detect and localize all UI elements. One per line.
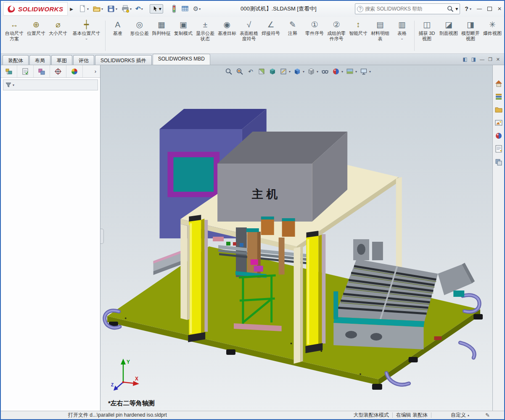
chevron-down-icon[interactable]: ▾ bbox=[289, 70, 291, 74]
file-explorer-folder-icon[interactable] bbox=[494, 106, 503, 114]
zoom-fit-button[interactable] bbox=[225, 67, 233, 76]
hide-show-items-button[interactable] bbox=[321, 67, 329, 76]
maximize-button[interactable] bbox=[487, 7, 492, 11]
open-button[interactable]: ▾ bbox=[91, 3, 104, 14]
feature-manager-tab[interactable] bbox=[1, 65, 17, 77]
menu-expand-arrow[interactable]: ▶ bbox=[70, 7, 73, 11]
tab-solidworks-mbd[interactable]: SOLIDWORKS MBD bbox=[153, 54, 210, 65]
light-curtain-left[interactable] bbox=[188, 215, 208, 342]
light-curtain-right[interactable] bbox=[305, 231, 325, 353]
search-input[interactable] bbox=[365, 6, 445, 12]
chevron-down-icon[interactable]: ▾ bbox=[317, 70, 318, 74]
panel-expand-chevron[interactable]: › bbox=[91, 65, 100, 77]
doc-close-button[interactable]: ✕ bbox=[496, 57, 500, 62]
gear-icon: ⚙ bbox=[193, 5, 198, 13]
sheet-properties-button[interactable] bbox=[180, 3, 190, 14]
ribbon-button-smart-dimension[interactable]: ↕ 智能尺寸 bbox=[347, 18, 369, 53]
ribbon-button-size-dimension[interactable]: ⌀ 大小尺寸 bbox=[47, 18, 69, 53]
solidworks-resources-home-icon[interactable] bbox=[494, 79, 503, 88]
property-manager-icon bbox=[21, 68, 29, 75]
annotation-views-button[interactable] bbox=[279, 67, 288, 76]
help-search-box[interactable]: ? ▾ bbox=[355, 3, 460, 14]
chevron-down-icon[interactable]: ▾ bbox=[13, 83, 14, 87]
new-document-button[interactable]: ▾ bbox=[77, 3, 90, 14]
help-button[interactable]: ? bbox=[465, 5, 468, 12]
chevron-down-icon[interactable]: ▾ bbox=[303, 70, 304, 74]
graphics-viewport[interactable]: 主 机 bbox=[100, 65, 492, 411]
ribbon-button-datum[interactable]: A 基准 bbox=[107, 18, 129, 53]
save-button[interactable]: ▾ bbox=[106, 3, 119, 14]
ribbon-button-capture-3d-view[interactable]: ◫ 捕获 3D 视图 bbox=[416, 18, 438, 53]
tag-pencil-icon[interactable]: ✎ bbox=[485, 412, 490, 418]
ribbon-button-weld-symbol[interactable]: ∠ 焊接符号 bbox=[260, 18, 282, 53]
view-orientation-button[interactable] bbox=[293, 67, 301, 76]
ribbon-button-model-break-view[interactable]: ◨ 模型断开视图 bbox=[460, 18, 481, 53]
tab-evaluate[interactable]: 评估 bbox=[73, 55, 94, 65]
3d-drawing-view-button[interactable] bbox=[268, 67, 277, 76]
chevron-down-icon[interactable]: ▾ bbox=[341, 70, 343, 74]
solidworks-logo[interactable]: SOLIDWORKS bbox=[3, 2, 68, 16]
chevron-down-icon[interactable]: ▾ bbox=[355, 70, 357, 74]
options-button[interactable]: ⚙ ▾ bbox=[192, 4, 202, 14]
pane-left-icon[interactable]: ◧ bbox=[463, 56, 467, 62]
feature-tree-area[interactable] bbox=[1, 92, 100, 411]
ribbon-button-geometric-tolerance[interactable]: ◎ 形位公差 bbox=[129, 18, 151, 53]
view-settings-button[interactable] bbox=[360, 67, 368, 76]
chevron-down-icon[interactable]: ▾ bbox=[369, 70, 371, 74]
pane-right-icon[interactable]: ◨ bbox=[471, 56, 476, 62]
rebuild-button[interactable] bbox=[170, 3, 178, 14]
ribbon-button-note[interactable]: ✎ 注释 bbox=[282, 18, 304, 53]
display-style-icon bbox=[307, 68, 315, 75]
view-palette-icon[interactable] bbox=[494, 119, 503, 127]
ribbon-button-stacked-balloon[interactable]: ② 成组的零件序号 bbox=[325, 18, 347, 53]
select-tool-button[interactable]: ▾ bbox=[150, 4, 163, 13]
zoom-area-button[interactable] bbox=[235, 67, 244, 76]
section-view-icon: ◪ bbox=[445, 20, 452, 31]
tab-assembly[interactable]: 装配体 bbox=[3, 55, 29, 65]
print-button[interactable]: ▾ bbox=[120, 3, 133, 14]
document-panes-icon[interactable] bbox=[494, 158, 503, 166]
design-library-icon[interactable] bbox=[494, 92, 503, 101]
ribbon-button-show-tolerance-status[interactable]: ± 显示公差状态 bbox=[194, 18, 216, 53]
section-view-button[interactable] bbox=[257, 67, 266, 76]
chevron-down-icon[interactable]: ▾ bbox=[470, 7, 471, 11]
ribbon-button-datum-target[interactable]: ◉ 基准目标 bbox=[216, 18, 238, 53]
undo-button[interactable]: ↶ ▾ bbox=[134, 4, 144, 14]
dimxpert-manager-tab[interactable] bbox=[50, 65, 66, 77]
doc-minimize-button[interactable]: — bbox=[480, 57, 484, 62]
ribbon-button-auto-dimension-scheme[interactable]: ↔ 自动尺寸方案 bbox=[3, 18, 25, 53]
panel-splitter-grip[interactable] bbox=[100, 229, 104, 244]
chevron-down-icon[interactable]: ▾ bbox=[455, 6, 458, 12]
search-icon[interactable] bbox=[447, 5, 454, 12]
ribbon-button-location-dimension[interactable]: ⊕ 位置尺寸 bbox=[25, 18, 47, 53]
ribbon-button-balloon[interactable]: ① 零件序号 bbox=[304, 18, 325, 53]
property-manager-tab[interactable] bbox=[17, 65, 34, 77]
ribbon-button-tables[interactable]: ▥ 表格 ⌄ bbox=[391, 18, 413, 53]
appearances-scenes-icon[interactable] bbox=[494, 132, 503, 140]
ribbon-button-basic-location-dimension[interactable]: ┿ 基本位置尺寸 ⌄ bbox=[69, 18, 104, 53]
ribbon-button-pattern-feature[interactable]: ▦ 阵列特征 bbox=[151, 18, 172, 53]
machine-label: 主 机 bbox=[251, 188, 278, 201]
custom-properties-icon[interactable] bbox=[494, 145, 503, 153]
display-manager-tab[interactable] bbox=[66, 65, 83, 77]
ribbon-button-bill-of-materials[interactable]: ▤ 材料明细表 bbox=[369, 18, 391, 53]
tab-layout[interactable]: 布局 bbox=[29, 55, 50, 65]
display-style-button[interactable] bbox=[307, 67, 315, 76]
assembly-3d-model[interactable]: 主 机 bbox=[100, 65, 492, 411]
previous-view-button[interactable]: ↶ bbox=[246, 67, 255, 76]
large-assembly-mode-indicator[interactable]: 大型装配体模式 bbox=[354, 412, 389, 419]
tab-solidworks-addins[interactable]: SOLIDWORKS 插件 bbox=[95, 55, 152, 65]
tab-sketch[interactable]: 草图 bbox=[51, 55, 72, 65]
apply-scene-button[interactable] bbox=[346, 67, 354, 76]
ribbon-button-exploded-view[interactable]: ✳ 爆炸视图 bbox=[481, 18, 503, 53]
configuration-manager-tab[interactable] bbox=[34, 65, 50, 77]
minimize-button[interactable]: — bbox=[477, 6, 482, 12]
custom-dropdown[interactable]: 自定义 ▴ bbox=[451, 412, 469, 419]
ribbon-button-copy-scheme[interactable]: ▣ 复制模式 bbox=[172, 18, 194, 53]
ribbon-button-surface-finish[interactable]: √ 表面粗糙度符号 bbox=[238, 18, 260, 53]
doc-restore-button[interactable]: ❐ bbox=[488, 57, 492, 62]
ribbon-button-section-view[interactable]: ◪ 剖面视图 bbox=[438, 18, 460, 53]
close-button[interactable]: ✕ bbox=[497, 6, 502, 12]
edit-appearance-button[interactable] bbox=[332, 67, 340, 76]
tree-filter-bar[interactable]: ▾ bbox=[3, 79, 98, 90]
